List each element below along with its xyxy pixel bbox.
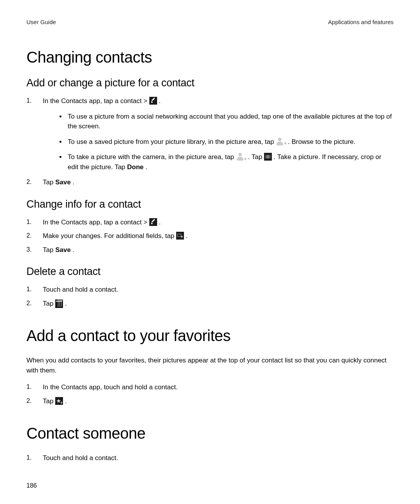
step-text: Touch and hold a contact. — [43, 454, 118, 462]
list-item: Touch and hold a contact. — [26, 285, 394, 295]
step-text: Make your changes. For additional fields… — [43, 232, 176, 240]
steps-contact-someone: Touch and hold a contact. — [26, 453, 394, 463]
step-text: . — [73, 246, 75, 254]
step-text: In the Contacts app, tap a contact > — [43, 219, 149, 226]
document-page: User Guide Applications and features Cha… — [0, 0, 420, 504]
step-text: Tap — [43, 178, 55, 186]
heading-changing-contacts: Changing contacts — [26, 49, 394, 66]
step-text: Tap — [43, 300, 55, 307]
bullet-text: To take a picture with the camera, in th… — [68, 153, 236, 161]
steps-delete-contact: Touch and hold a contact. Tap . — [26, 285, 394, 308]
step-text: . — [73, 178, 75, 186]
step-text: Tap — [43, 397, 55, 405]
list-item: In the Contacts app, tap a contact > . T… — [26, 96, 394, 172]
list-item: Touch and hold a contact. — [26, 453, 394, 463]
bullet-text: . Browse to the picture. — [288, 138, 355, 145]
steps-add-change-picture: In the Contacts app, tap a contact > . T… — [26, 96, 394, 187]
step-text: Tap — [43, 246, 55, 254]
list-item: Tap . — [26, 396, 394, 406]
list-item: Tap . — [26, 299, 394, 309]
edit-icon — [149, 97, 157, 105]
step-text: In the Contacts app, tap a contact > — [43, 97, 149, 105]
list-item: To take a picture with the camera, in th… — [66, 152, 394, 172]
bold-done: Done — [127, 163, 144, 171]
favorite-star-icon — [55, 397, 63, 405]
list-item: Make your changes. For additional fields… — [26, 231, 394, 241]
list-item: In the Contacts app, touch and hold a co… — [26, 382, 394, 392]
step-text: . — [65, 300, 67, 307]
list-item: To use a saved picture from your picture… — [66, 137, 394, 147]
step-text: . — [186, 232, 188, 240]
list-item: Tap Save . — [26, 245, 394, 255]
step-text: In the Contacts app, touch and hold a co… — [43, 383, 178, 391]
bold-save: Save — [55, 178, 71, 186]
bullet-text: To use a picture from a social networkin… — [68, 113, 392, 130]
page-header: User Guide Applications and features — [26, 19, 394, 25]
step-text: . — [159, 97, 161, 105]
steps-add-favorites: In the Contacts app, touch and hold a co… — [26, 382, 394, 406]
heading-add-change-picture: Add or change a picture for a contact — [26, 77, 394, 89]
sub-bullets: To use a picture from a social networkin… — [43, 112, 394, 172]
step-text: . — [65, 397, 67, 405]
list-item: In the Contacts app, tap a contact > . — [26, 217, 394, 228]
add-person-icon: + — [236, 153, 246, 161]
add-person-icon: + — [276, 138, 286, 146]
list-item: To use a picture from a social networkin… — [66, 112, 394, 131]
bold-save: Save — [55, 246, 71, 254]
edit-icon — [149, 218, 157, 226]
trash-icon — [55, 299, 63, 308]
heading-change-info: Change info for a contact — [26, 198, 394, 210]
favorites-paragraph: When you add contacts to your favorites,… — [26, 355, 394, 375]
camera-icon — [264, 153, 272, 161]
header-left: User Guide — [26, 19, 56, 25]
heading-add-favorites: Add a contact to your favorites — [26, 327, 394, 345]
page-number: 186 — [26, 482, 37, 489]
step-text: . — [159, 219, 161, 226]
bullet-text: . Tap — [248, 153, 264, 161]
heading-contact-someone: Contact someone — [26, 425, 394, 442]
header-right: Applications and features — [328, 19, 394, 25]
add-field-icon — [176, 232, 184, 240]
heading-delete-contact: Delete a contact — [26, 266, 394, 278]
list-item: Tap Save . — [26, 177, 394, 187]
step-text: Touch and hold a contact. — [43, 286, 118, 293]
steps-change-info: In the Contacts app, tap a contact > . M… — [26, 217, 394, 255]
bullet-text: To use a saved picture from your picture… — [68, 138, 276, 145]
bullet-text: . — [145, 163, 147, 171]
